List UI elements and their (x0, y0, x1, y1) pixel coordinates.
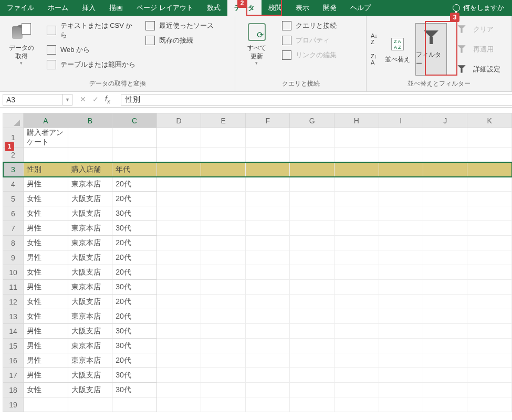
cell[interactable]: 男性 (24, 368, 68, 383)
cell[interactable] (245, 192, 290, 206)
row-header-9[interactable]: 9 (3, 250, 24, 265)
cell[interactable] (423, 353, 467, 368)
cell[interactable] (24, 148, 68, 162)
cell[interactable] (335, 162, 379, 177)
cell[interactable] (68, 128, 112, 148)
cell[interactable] (68, 148, 112, 162)
tab-ヘルプ[interactable]: ヘルプ (343, 0, 378, 16)
tab-ページ レイアウト[interactable]: ページ レイアウト (130, 0, 200, 16)
advanced-filter-button[interactable]: 詳細設定 (452, 61, 503, 78)
cell[interactable] (467, 339, 512, 353)
cell[interactable] (201, 353, 246, 368)
cell[interactable] (245, 368, 290, 383)
cell[interactable] (112, 128, 157, 148)
cell[interactable] (379, 368, 423, 383)
cell[interactable] (290, 128, 335, 148)
cell[interactable] (379, 206, 423, 221)
cell[interactable] (156, 339, 201, 353)
cell[interactable] (156, 265, 201, 280)
cell[interactable]: 20代 (112, 250, 157, 265)
cell[interactable] (423, 397, 467, 412)
cell[interactable] (335, 280, 379, 295)
cell[interactable] (335, 128, 379, 148)
cell[interactable] (156, 162, 201, 177)
tab-ホーム[interactable]: ホーム (41, 0, 75, 16)
cell[interactable] (423, 148, 467, 162)
cell[interactable] (201, 192, 246, 206)
cell[interactable] (423, 324, 467, 339)
cell[interactable] (245, 221, 290, 236)
cell[interactable] (423, 221, 467, 236)
cell[interactable] (335, 353, 379, 368)
row-header-6[interactable]: 6 (3, 206, 24, 221)
cell[interactable] (290, 265, 335, 280)
cell[interactable]: 30代 (112, 339, 157, 353)
cell[interactable]: 女性 (24, 309, 68, 324)
cell[interactable] (156, 368, 201, 383)
cell[interactable] (467, 192, 512, 206)
cell[interactable] (156, 192, 201, 206)
cell[interactable]: 女性 (24, 295, 68, 309)
cell[interactable] (379, 280, 423, 295)
cell[interactable]: 女性 (24, 383, 68, 397)
column-header-B[interactable]: B (68, 113, 112, 128)
cell[interactable] (467, 368, 512, 383)
cell[interactable] (245, 397, 290, 412)
cell[interactable] (423, 192, 467, 206)
cell[interactable] (335, 397, 379, 412)
cell[interactable]: 東京本店 (68, 177, 112, 192)
cell[interactable] (423, 177, 467, 192)
ribbon-item[interactable]: リンクの編集 (280, 49, 339, 61)
cell[interactable] (467, 280, 512, 295)
cell[interactable] (290, 236, 335, 250)
cell[interactable] (379, 221, 423, 236)
cell[interactable] (379, 353, 423, 368)
cell[interactable]: 大阪支店 (68, 206, 112, 221)
cell[interactable]: 20代 (112, 353, 157, 368)
column-header-E[interactable]: E (201, 113, 246, 128)
cell[interactable]: 年代 (112, 162, 157, 177)
cell[interactable] (245, 250, 290, 265)
cell[interactable] (335, 177, 379, 192)
cell[interactable]: 大阪支店 (68, 324, 112, 339)
cell[interactable] (201, 236, 246, 250)
cell[interactable] (290, 339, 335, 353)
cell[interactable]: 女性 (24, 192, 68, 206)
cancel-icon[interactable]: ✕ (80, 95, 86, 103)
cell[interactable] (245, 265, 290, 280)
cell[interactable] (335, 221, 379, 236)
row-header-19[interactable]: 19 (3, 397, 24, 412)
column-header-D[interactable]: D (156, 113, 201, 128)
row-header-12[interactable]: 12 (3, 295, 24, 309)
cell[interactable]: 30代 (112, 383, 157, 397)
cell[interactable]: 20代 (112, 192, 157, 206)
cell[interactable] (290, 192, 335, 206)
cell[interactable] (156, 280, 201, 295)
reapply-filter-button[interactable]: 再適用 (452, 41, 503, 58)
cell[interactable]: 男性 (24, 324, 68, 339)
cell[interactable] (467, 148, 512, 162)
sort-button[interactable]: Z AA Z 並べ替え (383, 35, 412, 64)
cell[interactable]: 東京本店 (68, 339, 112, 353)
cell[interactable]: 30代 (112, 324, 157, 339)
cell[interactable] (156, 324, 201, 339)
cell[interactable] (112, 148, 157, 162)
column-header-H[interactable]: H (335, 113, 379, 128)
cell[interactable] (335, 236, 379, 250)
cell[interactable]: 女性 (24, 206, 68, 221)
ribbon-item[interactable]: クエリと接続 (280, 20, 339, 32)
cell[interactable] (245, 148, 290, 162)
cell[interactable] (467, 221, 512, 236)
ribbon-item[interactable]: テーブルまたは範囲から (45, 59, 139, 70)
cell[interactable] (423, 368, 467, 383)
cell[interactable] (290, 162, 335, 177)
cell[interactable]: 女性 (24, 265, 68, 280)
select-all-corner[interactable] (3, 113, 24, 128)
cell[interactable]: 男性 (24, 177, 68, 192)
ribbon-item[interactable]: プロパティ (280, 35, 339, 46)
cell[interactable] (335, 309, 379, 324)
cell[interactable] (245, 383, 290, 397)
cell[interactable] (245, 309, 290, 324)
cell[interactable]: 大阪支店 (68, 250, 112, 265)
cell[interactable] (290, 206, 335, 221)
